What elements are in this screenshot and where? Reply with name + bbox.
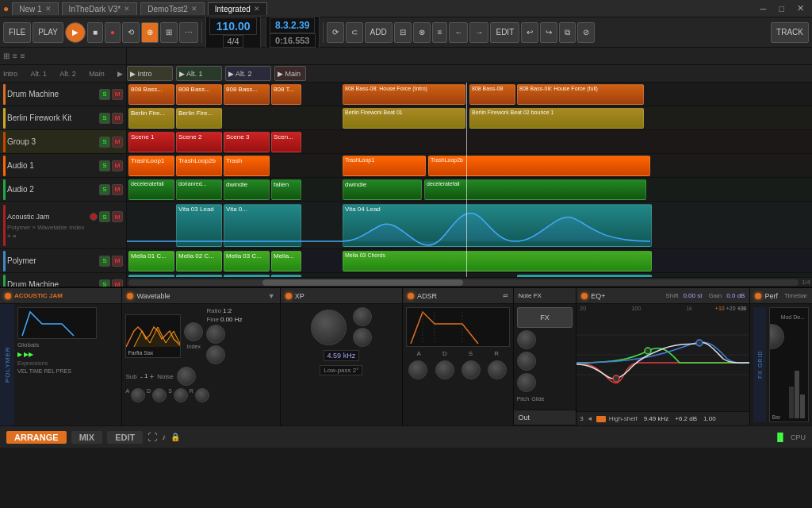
track-mute-7[interactable]: M <box>112 279 123 287</box>
mix-btn[interactable]: MIX <box>71 431 103 444</box>
clip-0-4[interactable]: 808 Bass-08: House Force (Intro) <box>343 84 465 105</box>
track-solo-2[interactable]: S <box>99 137 110 148</box>
notefx-pitch[interactable] <box>517 373 536 392</box>
arrangement-track-0[interactable]: 808 Bass... 808 Bass... 808 Bass... 808 … <box>127 83 812 106</box>
loop-toggle[interactable]: ⟳ <box>327 22 344 43</box>
edit-button[interactable]: EDIT <box>490 22 519 43</box>
sub-ctrl[interactable]: + × <box>7 233 17 240</box>
tab-close-integrated[interactable]: ✕ <box>254 5 260 13</box>
track-solo-1[interactable]: S <box>99 113 110 124</box>
tab-new1[interactable]: New 1 ✕ <box>12 2 58 15</box>
copy-button[interactable]: ⧉ <box>559 22 576 43</box>
clip-7-3[interactable]: Soulf... <box>271 275 301 277</box>
clip-7-1[interactable]: Soulful Cho... <box>176 275 222 277</box>
clip-6-2[interactable]: Mella 03 C... <box>224 251 270 271</box>
tab-close-demotest[interactable]: ✕ <box>191 5 197 13</box>
clip-1-0[interactable]: Berlin Fire... <box>128 108 174 129</box>
adsr-panel-d-knob[interactable] <box>435 360 454 379</box>
bottom-lock-icon[interactable]: 🔒 <box>170 433 180 441</box>
noise-knob[interactable] <box>177 367 196 386</box>
clip-0-5[interactable]: 808 Bass-08 <box>469 84 515 105</box>
delete-button[interactable]: ⊘ <box>577 22 595 43</box>
play2-icon[interactable]: ▶▶ <box>24 351 33 358</box>
mod-knob[interactable] <box>769 324 784 349</box>
xp-knob2[interactable] <box>353 307 372 326</box>
window-min[interactable]: ─ <box>756 2 772 15</box>
adsr-s-knob[interactable] <box>174 388 188 402</box>
clip-4-4[interactable]: dwindle <box>343 179 422 200</box>
clip-6-1[interactable]: Mella 02 C... <box>176 251 222 271</box>
time-sig[interactable]: 4/4 <box>223 35 243 48</box>
scene-arrow[interactable]: ▶ <box>117 70 123 78</box>
clip-7-0[interactable]: Soulful Cho... <box>128 275 174 277</box>
clip-2-3[interactable]: Scen... <box>271 132 301 152</box>
play-text-btn[interactable]: PLAY <box>33 22 63 43</box>
track-mute-1[interactable]: M <box>112 113 123 124</box>
loop-button[interactable]: ⟲ <box>122 22 140 43</box>
fx-button[interactable]: FX <box>517 307 573 328</box>
file-menu[interactable]: FILE <box>3 22 31 43</box>
arrangement-track-2[interactable]: Scene 1 Scene 2 Scene 3 Scen... <box>127 130 812 154</box>
arrangement-track-4[interactable]: deceleratefall dorianred... dwindle fall… <box>127 178 812 202</box>
arrangement-track-1[interactable]: Berlin Fire... Berlin Fire... Berlin Fir… <box>127 106 812 130</box>
clip-3-2[interactable]: Trash <box>224 156 270 176</box>
mod-bar-2[interactable] <box>795 371 799 418</box>
eq-display[interactable]: 20 100 1k 10k +10 +20 +30 <box>576 304 749 411</box>
coarse-knob[interactable] <box>206 325 225 344</box>
clip-0-3[interactable]: 808 T... <box>271 84 301 105</box>
clip-3-0[interactable]: TrashLoop1 <box>128 156 174 176</box>
xp-power-led[interactable] <box>285 293 292 299</box>
notefx-knob1[interactable] <box>517 330 536 349</box>
window-close[interactable]: ✕ <box>792 2 809 15</box>
arrow-left-btn[interactable]: ← <box>449 22 468 43</box>
wavetable-menu[interactable]: ▼ <box>268 292 275 300</box>
play-button[interactable]: ▶ <box>65 22 86 43</box>
adsr-d-knob[interactable] <box>152 388 167 402</box>
power-led[interactable] <box>5 293 11 299</box>
track-mute-3[interactable]: M <box>112 160 123 171</box>
wavetable-power-led[interactable] <box>127 293 133 299</box>
clip-4-0[interactable]: deceleratefall <box>128 179 174 200</box>
track-rec-5[interactable] <box>90 213 98 221</box>
notefx-knob2[interactable] <box>517 352 536 371</box>
clip-0-2[interactable]: 808 Bass... <box>224 84 270 105</box>
clip-4-5[interactable]: deceleratefall <box>424 179 646 200</box>
clip-1-1[interactable]: Berlin Fire... <box>176 108 222 129</box>
clip-5-2[interactable]: Vita 04 Lead <box>343 204 652 247</box>
track-mute-0[interactable]: M <box>112 89 123 100</box>
sub-minus[interactable]: - <box>140 372 143 381</box>
perf-power-led[interactable] <box>755 293 761 299</box>
overdub-button[interactable]: ⊕ <box>141 22 159 43</box>
play-icon[interactable]: ▶ <box>17 351 22 358</box>
adsr-a-knob[interactable] <box>131 388 145 402</box>
cue-alt2[interactable]: ▶ Alt. 2 <box>225 66 271 81</box>
clip-2-1[interactable]: Scene 2 <box>176 132 222 152</box>
clip-2-0[interactable]: Scene 1 <box>128 132 174 152</box>
cue-intro[interactable]: ▶ Intro <box>127 66 173 81</box>
cue-alt1[interactable]: ▶ Alt. 1 <box>176 66 222 81</box>
punch-button[interactable]: ⊂ <box>346 22 363 43</box>
arrangement-track-7[interactable]: Soulful Cho... Soulful Cho... Soulful Ch… <box>127 273 812 277</box>
clip-6-0[interactable]: Mella 01 C... <box>128 251 174 271</box>
clip-2-2[interactable]: Scene 3 <box>224 132 270 152</box>
track-solo-3[interactable]: S <box>99 160 110 171</box>
xp-knob3[interactable] <box>353 328 372 347</box>
mod-bar-3[interactable] <box>800 394 805 418</box>
track-mute-4[interactable]: M <box>112 184 123 195</box>
tab-integrated[interactable]: Integrated ✕ <box>208 2 267 15</box>
quantize-button[interactable]: ≡ <box>432 22 448 43</box>
track-mute-2[interactable]: M <box>112 137 123 148</box>
eq-band-down[interactable]: ◄ <box>587 415 593 422</box>
wavetable-display[interactable]: Farfia Sax <box>125 314 181 358</box>
tab-demotest[interactable]: DemoTest2 ✕ <box>140 2 205 15</box>
clip-0-1[interactable]: 808 Bass... <box>176 84 222 105</box>
arrangement-track-3[interactable]: TrashLoop1 TrashLoop2b Trash TrashLoop1 … <box>127 154 812 178</box>
eq-power-led[interactable] <box>581 293 588 299</box>
adsr-r-knob[interactable] <box>195 388 209 402</box>
adsr-panel-r-knob[interactable] <box>488 360 507 379</box>
adsr-power-led[interactable] <box>408 293 414 299</box>
mod-bar-1[interactable] <box>789 387 794 418</box>
clip-7-2[interactable]: Soulful Ch... <box>224 275 270 277</box>
sub-plus[interactable]: + <box>149 372 154 381</box>
record-button[interactable]: ● <box>105 22 121 43</box>
